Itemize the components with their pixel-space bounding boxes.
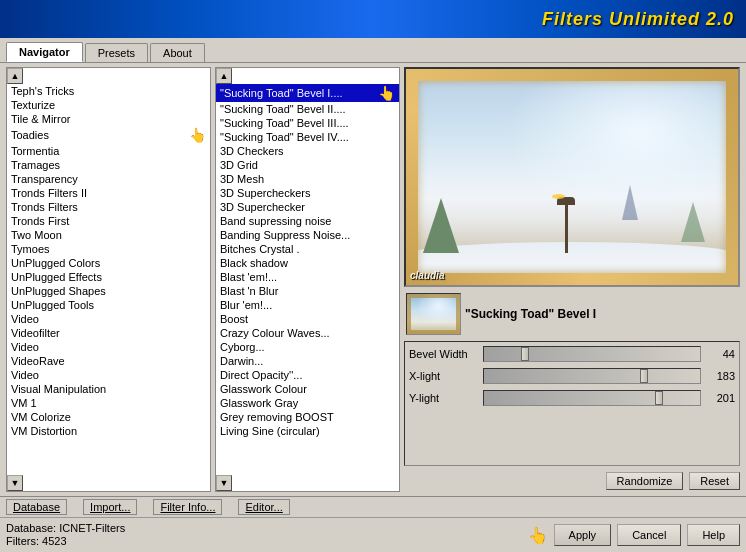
filter-item[interactable]: "Sucking Toad" Bevel I....👆 — [216, 84, 399, 102]
filter-name-label: "Sucking Toad" Bevel I — [465, 307, 738, 321]
param-label-bevel_width: Bevel Width — [409, 348, 479, 360]
thumbnail-frame — [407, 294, 460, 334]
filter-item[interactable]: 3D Supercheckers — [216, 186, 399, 200]
category-item[interactable]: VM Distortion — [7, 424, 210, 438]
help-button[interactable]: Help — [687, 524, 740, 546]
param-slider-y_light[interactable] — [483, 390, 701, 406]
editor-button[interactable]: Editor... — [238, 499, 289, 515]
filter-item[interactable]: Blast 'n Blur — [216, 284, 399, 298]
param-row-x_light: X-light183 — [409, 368, 735, 384]
db-info: Database: ICNET-Filters Filters: 4523 — [6, 522, 522, 548]
filter-item[interactable]: Cyborg... — [216, 340, 399, 354]
import-button[interactable]: Import... — [83, 499, 137, 515]
apply-button[interactable]: Apply — [554, 524, 612, 546]
category-item[interactable]: Toadies👆 — [7, 126, 210, 144]
title-bar: Filters Unlimited 2.0 — [0, 0, 746, 38]
tab-presets[interactable]: Presets — [85, 43, 148, 62]
filter-item[interactable]: "Sucking Toad" Bevel IV.... — [216, 130, 399, 144]
filter-item[interactable]: Glasswork Colour — [216, 382, 399, 396]
rand-reset-row: Randomize Reset — [404, 470, 740, 492]
filter-item[interactable]: Direct Opacity''... — [216, 368, 399, 382]
filter-info-button[interactable]: Filter Info... — [153, 499, 222, 515]
category-item[interactable]: Tile & Mirror — [7, 112, 210, 126]
claudia-logo: claudia — [410, 270, 444, 281]
category-item[interactable]: VideoRave — [7, 354, 210, 368]
bottom-toolbar: Database Import... Filter Info... Editor… — [0, 496, 746, 517]
filter-panel: ▲ "Sucking Toad" Bevel I....👆"Sucking To… — [215, 67, 400, 492]
tab-about[interactable]: About — [150, 43, 205, 62]
param-label-y_light: Y-light — [409, 392, 479, 404]
category-item[interactable]: Transparency — [7, 172, 210, 186]
param-thumb-y_light — [655, 391, 663, 405]
filter-item[interactable]: Blast 'em!... — [216, 270, 399, 284]
filter-item[interactable]: "Sucking Toad" Bevel III.... — [216, 116, 399, 130]
category-item[interactable]: Two Moon — [7, 228, 210, 242]
category-item[interactable]: Visual Manipulation — [7, 382, 210, 396]
filter-item[interactable]: Darwin... — [216, 354, 399, 368]
filters-row: Filters: 4523 — [6, 535, 522, 547]
param-slider-x_light[interactable] — [483, 368, 701, 384]
category-item[interactable]: Video — [7, 368, 210, 382]
filter-name-row: "Sucking Toad" Bevel I — [404, 291, 740, 337]
filter-scroll-down[interactable]: ▼ — [216, 475, 232, 491]
filter-item[interactable]: Crazy Colour Waves... — [216, 326, 399, 340]
category-item[interactable]: UnPlugged Colors — [7, 256, 210, 270]
category-item[interactable]: Tronds Filters II — [7, 186, 210, 200]
category-item[interactable]: Texturize — [7, 98, 210, 112]
category-item[interactable]: UnPlugged Shapes — [7, 284, 210, 298]
apply-hand-icon: 👆 — [528, 526, 548, 545]
category-item[interactable]: Tronds Filters — [7, 200, 210, 214]
category-item[interactable]: Video — [7, 340, 210, 354]
category-item[interactable]: Tymoes — [7, 242, 210, 256]
tab-bar: Navigator Presets About — [0, 38, 746, 63]
reset-button[interactable]: Reset — [689, 472, 740, 490]
right-panel: claudia "Sucking Toad" Bevel I Bevel Wid… — [404, 67, 740, 492]
bottom-actions: Database: ICNET-Filters Filters: 4523 👆 … — [0, 517, 746, 552]
category-list: Teph's TricksTexturizeTile & MirrorToadi… — [7, 84, 210, 475]
category-item[interactable]: UnPlugged Effects — [7, 270, 210, 284]
param-thumb-x_light — [640, 369, 648, 383]
param-value-bevel_width: 44 — [705, 348, 735, 360]
filter-item[interactable]: Glasswork Gray — [216, 396, 399, 410]
filter-item[interactable]: Blur 'em!... — [216, 298, 399, 312]
filter-item[interactable]: 3D Superchecker — [216, 200, 399, 214]
filter-item[interactable]: Black shadow — [216, 256, 399, 270]
content-area: ▲ Teph's TricksTexturizeTile & MirrorToa… — [0, 63, 746, 496]
randomize-button[interactable]: Randomize — [606, 472, 684, 490]
filter-item[interactable]: 3D Checkers — [216, 144, 399, 158]
filter-item[interactable]: 3D Grid — [216, 158, 399, 172]
frame-border — [406, 69, 738, 285]
category-panel: ▲ Teph's TricksTexturizeTile & MirrorToa… — [6, 67, 211, 492]
category-item[interactable]: Teph's Tricks — [7, 84, 210, 98]
category-scroll-down[interactable]: ▼ — [7, 475, 23, 491]
param-row-bevel_width: Bevel Width44 — [409, 346, 735, 362]
category-item[interactable]: Tramages — [7, 158, 210, 172]
param-label-x_light: X-light — [409, 370, 479, 382]
category-item[interactable]: Tronds First — [7, 214, 210, 228]
filter-item[interactable]: Banding Suppress Noise... — [216, 228, 399, 242]
filter-item[interactable]: Boost — [216, 312, 399, 326]
filter-item[interactable]: "Sucking Toad" Bevel II.... — [216, 102, 399, 116]
category-item[interactable]: UnPlugged Tools — [7, 298, 210, 312]
category-item[interactable]: VM Colorize — [7, 410, 210, 424]
filter-item[interactable]: Band supressing noise — [216, 214, 399, 228]
filter-item[interactable]: Bitches Crystal . — [216, 242, 399, 256]
preview-image: claudia — [404, 67, 740, 287]
filter-item[interactable]: Grey removing BOOST — [216, 410, 399, 424]
filter-item[interactable]: 3D Mesh — [216, 172, 399, 186]
param-row-y_light: Y-light201 — [409, 390, 735, 406]
param-slider-bevel_width[interactable] — [483, 346, 701, 362]
param-value-y_light: 201 — [705, 392, 735, 404]
database-button[interactable]: Database — [6, 499, 67, 515]
app-title: Filters Unlimited 2.0 — [542, 9, 734, 30]
filter-scroll-up[interactable]: ▲ — [216, 68, 232, 84]
category-scroll-up[interactable]: ▲ — [7, 68, 23, 84]
cancel-button[interactable]: Cancel — [617, 524, 681, 546]
tab-navigator[interactable]: Navigator — [6, 42, 83, 62]
category-item[interactable]: Videofilter — [7, 326, 210, 340]
filter-item[interactable]: Living Sine (circular) — [216, 424, 399, 438]
category-item[interactable]: Tormentia — [7, 144, 210, 158]
category-item[interactable]: Video — [7, 312, 210, 326]
category-item[interactable]: VM 1 — [7, 396, 210, 410]
param-value-x_light: 183 — [705, 370, 735, 382]
